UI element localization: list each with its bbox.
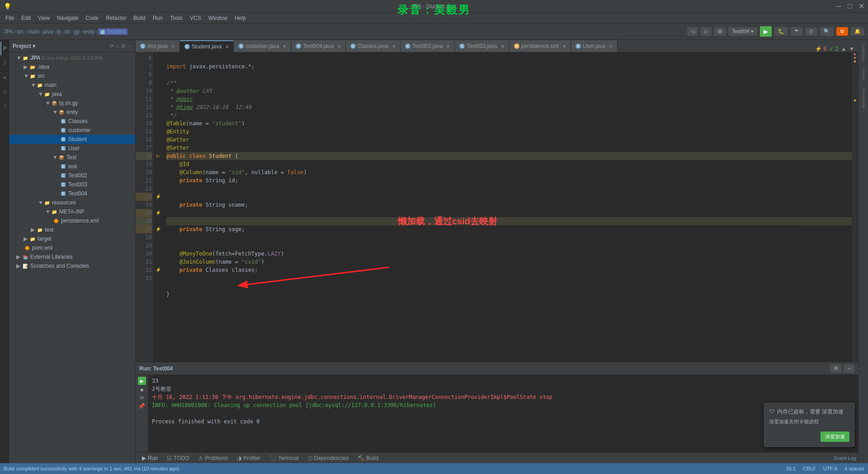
tree-item-enity[interactable]: ▼ 📦 enity (9, 108, 135, 117)
activity-project[interactable]: P (0, 42, 9, 55)
breadcrumb-enity[interactable]: enity (83, 28, 94, 35)
breadcrumb-main[interactable]: main (28, 28, 39, 35)
debug-btn[interactable]: 🐛 (774, 27, 788, 36)
code-content[interactable]: import javax.persistence.*; /** * @autho… (163, 52, 858, 362)
event-log-link[interactable]: Event Log (834, 455, 856, 461)
collapse-icon[interactable]: ≡ (116, 43, 119, 49)
activity-structure[interactable]: S (0, 56, 9, 70)
breadcrumb-bj[interactable]: bj (57, 28, 61, 35)
tree-item-src[interactable]: ▼ 📁 src (9, 71, 135, 81)
menu-build[interactable]: Build (130, 14, 149, 22)
notification-action-btn[interactable]: 深度加速 (821, 431, 849, 442)
tab-dependencies[interactable]: ⬡ Dependencies (303, 454, 354, 462)
tab-todo[interactable]: ☑ TODO (162, 454, 193, 462)
menu-tools[interactable]: Tools (166, 14, 186, 22)
tab-profiler[interactable]: ◑ Profiler (232, 454, 265, 462)
tree-item-test-folder[interactable]: ▶ 📁 test (9, 225, 135, 234)
menu-code[interactable]: Code (82, 14, 102, 22)
activity-structure2[interactable]: J (0, 100, 9, 113)
run-button[interactable]: ▶ (760, 26, 772, 37)
run-rerun-btn[interactable]: ⟳ (140, 395, 144, 401)
tree-item-test004[interactable]: C Test004 (9, 189, 135, 198)
tab-close-icon[interactable]: ✕ (446, 44, 450, 49)
settings-btn[interactable]: ⚙ (836, 27, 848, 36)
code-editor[interactable]: 6 7 8 9 10 11 12 13 14 15 16 17 18 19 20… (136, 52, 858, 362)
tab-test-java[interactable]: C test.java ✕ (136, 40, 180, 52)
tree-item-test003[interactable]: C Test003 (9, 180, 135, 189)
run-settings-btn[interactable]: ⚙ (830, 364, 842, 373)
profile-btn[interactable]: ⏱ (805, 28, 817, 36)
sync-icon[interactable]: ⟳ (109, 43, 114, 49)
activity-git[interactable]: G (0, 85, 9, 99)
tab-close-icon[interactable]: ✕ (392, 44, 396, 49)
cursor-position[interactable]: 26:1 (786, 466, 796, 471)
tree-item-target[interactable]: ▶ 📁 target (9, 234, 135, 243)
tab-run[interactable]: ▶ Run (137, 454, 162, 462)
menu-edit[interactable]: Edit (18, 14, 34, 22)
tab-test002-java[interactable]: C Test002.java ✕ (401, 40, 455, 52)
coverage-btn[interactable]: ☂ (791, 27, 802, 36)
breadcrumb-gy[interactable]: gy (74, 28, 80, 35)
tree-item-test002[interactable]: C Test002 (9, 171, 135, 180)
tree-item-user[interactable]: C User (9, 144, 135, 153)
tree-item-idea[interactable]: ▶ 📂 .idea (9, 62, 135, 71)
tree-item-test-pkg[interactable]: ▼ 📦 Test (9, 153, 135, 162)
menu-window[interactable]: Window (205, 14, 231, 22)
tab-user-java[interactable]: C User.java ✕ (571, 40, 618, 52)
tab-build[interactable]: 🔨 Build (353, 454, 383, 462)
tree-item-test-cls[interactable]: C test (9, 162, 135, 171)
tab-close-icon[interactable]: ✕ (225, 44, 229, 49)
forward-btn[interactable]: ▷ (701, 27, 712, 36)
run-play-btn[interactable]: ▶ (138, 377, 146, 385)
back-btn[interactable]: ◁ (687, 27, 698, 36)
tree-item-package[interactable]: ▼ 📦 bj.sh.gy (9, 99, 135, 108)
tab-terminal[interactable]: ⬛ Terminal (265, 454, 303, 462)
tab-close-icon[interactable]: ✕ (609, 44, 613, 49)
tree-item-jpa[interactable]: ▼ 📁 JPA E:\my eclisp 2022-3-23\JPA (9, 53, 135, 62)
tab-persistence-xml[interactable]: X persistence.xml ✕ (509, 40, 571, 52)
tab-close-icon[interactable]: ✕ (501, 44, 505, 49)
tab-close-icon[interactable]: ✕ (562, 44, 566, 49)
sidebar-maven[interactable]: Maven (860, 66, 867, 82)
run-stop-btn[interactable]: ■ (140, 387, 143, 393)
breadcrumb-src[interactable]: src (17, 28, 24, 35)
indent-setting[interactable]: 4 spaces (844, 466, 864, 471)
tab-test004-java[interactable]: C Test004.java ✕ (291, 40, 345, 52)
minimize-btn[interactable]: ─ (836, 2, 841, 10)
tree-item-customer[interactable]: C customer (9, 126, 135, 135)
tab-classes-java[interactable]: C Classes.java ✕ (346, 40, 401, 52)
breadcrumb-java[interactable]: java (43, 28, 53, 35)
tab-problems[interactable]: ⚠ Problems (193, 454, 232, 462)
tab-close-icon[interactable]: ✕ (337, 44, 341, 49)
expand-errors-btn[interactable]: ▲ (841, 46, 846, 52)
menu-refactor[interactable]: Refactor (102, 14, 130, 22)
tree-item-java[interactable]: ▼ 📁 java (9, 90, 135, 99)
tree-item-scratches[interactable]: ▶ 📝 Scratches and Consoles (9, 261, 135, 270)
activity-favorites[interactable]: ★ (0, 71, 9, 84)
search-btn[interactable]: 🔍 (820, 27, 834, 36)
tree-item-persistence-xml[interactable]: 🔶 persistence.xml (9, 216, 135, 225)
menu-view[interactable]: View (34, 14, 53, 22)
tab-test003-java[interactable]: C Test003.java ✕ (455, 40, 509, 52)
breadcrumb-jpa[interactable]: JPA (4, 28, 13, 35)
tree-item-student[interactable]: C Student (9, 135, 135, 144)
gear-icon[interactable]: ⚙ (121, 43, 126, 49)
tab-student-java[interactable]: C Student.java ✕ (180, 40, 234, 52)
tab-close-icon[interactable]: ✕ (283, 44, 286, 49)
tree-item-classes[interactable]: C Classes (9, 117, 135, 126)
tab-customer-java[interactable]: C customer.java ✕ (234, 40, 291, 52)
menu-navigate[interactable]: Navigate (53, 14, 82, 22)
tree-item-ext-libs[interactable]: ▶ 📚 External Libraries (9, 252, 135, 261)
run-config-selector[interactable]: Test004 ▾ (728, 27, 757, 36)
tab-close-icon[interactable]: ✕ (171, 44, 175, 49)
run-close-btn[interactable]: ─ (844, 365, 854, 373)
breadcrumb-sh[interactable]: sh (65, 28, 71, 35)
menu-run[interactable]: Run (149, 14, 166, 22)
sidebar-jpa-palette[interactable]: JPA Palette (860, 86, 867, 110)
sidebar-database[interactable]: Database (860, 42, 867, 63)
close-btn[interactable]: ✕ (859, 2, 864, 10)
notifications-btn[interactable]: 🔔 (851, 27, 864, 36)
menu-vcs[interactable]: VCS (186, 14, 205, 22)
recent-files-btn[interactable]: ⊞ (714, 27, 726, 36)
menu-help[interactable]: Help (231, 14, 250, 22)
